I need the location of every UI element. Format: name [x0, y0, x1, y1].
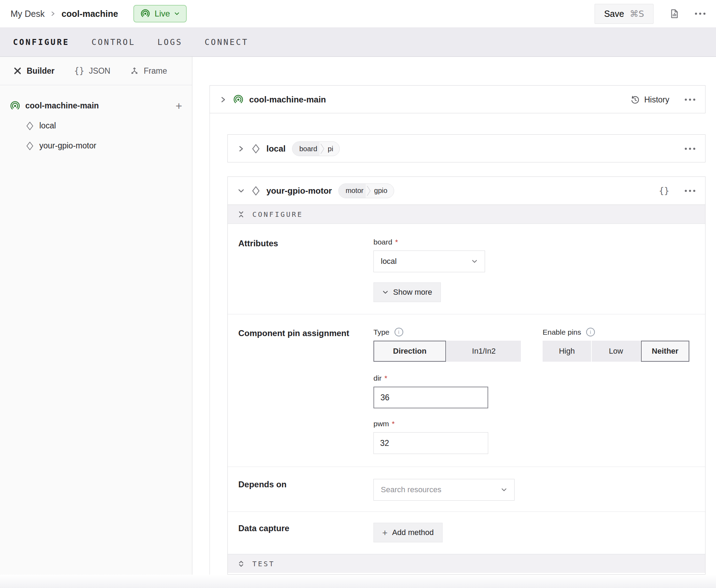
tag-pi: pi [326, 142, 340, 156]
info-icon[interactable]: i [395, 328, 403, 336]
chevron-down-icon [501, 487, 507, 493]
pwm-field-label: pwm [373, 420, 389, 428]
collapse-section-icon [238, 210, 245, 219]
mode-json[interactable]: {} JSON [74, 66, 110, 76]
machine-card-menu-icon[interactable] [685, 99, 695, 101]
enable-option-neither[interactable]: Neither [641, 341, 689, 362]
machine-part-icon [233, 94, 244, 105]
local-card-title: local [266, 144, 286, 154]
tree-local-label: local [39, 121, 56, 131]
chevron-right-icon[interactable] [238, 145, 245, 152]
frame-axes-icon [130, 66, 139, 75]
info-icon[interactable]: i [586, 328, 595, 336]
depends-on-placeholder: Search resources [381, 485, 441, 494]
configure-section-header[interactable]: CONFIGURE [228, 205, 705, 224]
required-marker: * [392, 420, 395, 428]
mode-json-label: JSON [89, 66, 110, 76]
machine-report-icon[interactable] [669, 8, 679, 19]
live-status-label: Live [154, 9, 170, 19]
type-label: Type [373, 328, 390, 336]
motor-card-title: your-gpio-motor [266, 186, 332, 196]
gpio-motor-card: your-gpio-motor motor gpio {} CONFIGURE [227, 176, 705, 575]
config-main-area: cool-machine-main History [192, 57, 716, 588]
type-option-direction[interactable]: Direction [373, 341, 446, 362]
attributes-heading: Attributes [238, 238, 373, 314]
tab-logs[interactable]: LOGS [158, 38, 183, 47]
tree-item-machine[interactable]: cool-machine-main + [0, 96, 192, 116]
machine-part-icon [10, 101, 20, 111]
chevron-down-icon [382, 289, 389, 295]
enable-option-high[interactable]: High [543, 341, 591, 362]
board-select[interactable]: local [373, 250, 485, 272]
data-capture-row: Data capture + Add method [228, 512, 705, 554]
tree-item-local[interactable]: local [0, 116, 192, 136]
live-status-badge[interactable]: Live [133, 5, 187, 22]
board-field-label: board [373, 238, 392, 246]
enable-pins-toggle-group: High Low Neither [543, 341, 689, 362]
config-sidebar: Builder {} JSON Frame [0, 57, 192, 588]
pwm-input[interactable] [373, 432, 488, 454]
data-capture-heading: Data capture [238, 523, 373, 554]
test-section-header[interactable]: TEST [228, 554, 705, 573]
live-broadcast-icon [140, 9, 150, 19]
depends-on-select[interactable]: Search resources [373, 479, 515, 501]
dir-input[interactable] [373, 387, 488, 408]
configure-section-label: CONFIGURE [252, 210, 303, 219]
edit-json-icon[interactable]: {} [659, 186, 669, 196]
required-marker: * [395, 238, 398, 246]
breadcrumb-separator-icon [50, 11, 56, 16]
tree-item-your-gpio-motor[interactable]: your-gpio-motor [0, 136, 192, 156]
show-more-button[interactable]: Show more [373, 282, 441, 302]
attributes-row: Attributes board * local Show more [228, 224, 705, 314]
expand-section-icon [238, 560, 245, 568]
tag-divider-icon [319, 142, 326, 156]
breadcrumb-parent[interactable]: My Desk [11, 9, 45, 19]
tools-icon [13, 66, 22, 75]
machine-card: cool-machine-main History [210, 85, 705, 113]
tree-connector-line [210, 113, 210, 575]
local-card-menu-icon[interactable] [685, 148, 695, 150]
tree-motor-label: your-gpio-motor [39, 141, 96, 151]
local-type-tag: board pi [292, 141, 340, 156]
save-shortcut: ⌘S [630, 9, 644, 19]
more-options-icon[interactable] [695, 13, 705, 15]
motor-card-menu-icon[interactable] [685, 190, 695, 192]
history-label: History [644, 95, 669, 105]
add-method-button[interactable]: + Add method [373, 523, 443, 542]
chevron-down-icon [471, 258, 478, 265]
required-marker: * [384, 374, 387, 382]
show-more-label: Show more [393, 288, 432, 297]
component-diamond-icon [251, 186, 261, 196]
tag-board: board [292, 142, 319, 156]
type-option-in1in2[interactable]: In1/In2 [447, 341, 521, 362]
breadcrumb: My Desk cool-machine [11, 9, 118, 19]
component-diamond-icon [25, 121, 34, 131]
mode-frame[interactable]: Frame [130, 66, 167, 76]
test-section-label: TEST [252, 560, 275, 568]
chevron-down-icon [174, 11, 180, 16]
tag-gpio: gpio [372, 184, 394, 198]
chevron-right-icon[interactable] [220, 96, 227, 103]
add-component-icon[interactable]: + [175, 100, 182, 112]
tab-connect[interactable]: CONNECT [205, 38, 248, 47]
history-button[interactable]: History [630, 95, 669, 105]
component-diamond-icon [251, 143, 261, 154]
pin-assignment-heading: Component pin assignment [238, 328, 373, 467]
machine-card-title: cool-machine-main [249, 95, 326, 105]
mode-builder[interactable]: Builder [13, 66, 54, 76]
top-bar: My Desk cool-machine Live Save ⌘S [0, 0, 716, 27]
enable-option-low[interactable]: Low [592, 341, 640, 362]
local-board-card: local board pi [227, 134, 705, 162]
pin-assignment-row: Component pin assignment Type i Directio… [228, 314, 705, 467]
component-diamond-icon [25, 141, 34, 151]
history-clock-icon [630, 95, 640, 105]
breadcrumb-current: cool-machine [61, 9, 118, 19]
depends-on-heading: Depends on [238, 479, 373, 512]
save-button[interactable]: Save ⌘S [595, 4, 654, 24]
view-mode-switcher: Builder {} JSON Frame [0, 57, 192, 85]
add-method-label: Add method [392, 528, 434, 537]
tab-configure[interactable]: CONFIGURE [13, 38, 69, 47]
mode-builder-label: Builder [27, 66, 54, 76]
chevron-down-icon[interactable] [238, 187, 245, 194]
tab-control[interactable]: CONTROL [92, 38, 135, 47]
